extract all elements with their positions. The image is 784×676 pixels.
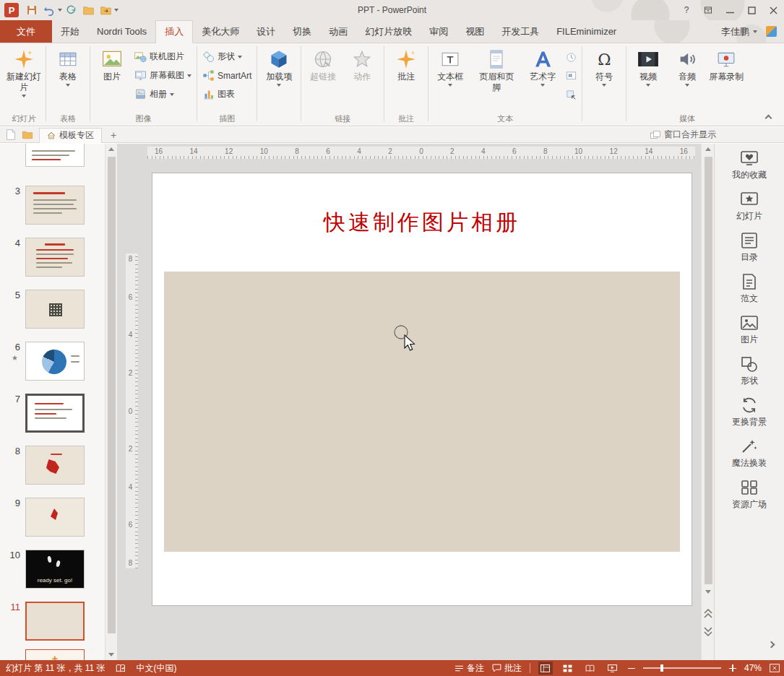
audio-button[interactable]: 音频 <box>668 45 707 110</box>
zoom-in-button[interactable] <box>729 664 736 672</box>
scrollbar-thumb[interactable] <box>705 157 712 584</box>
merge-windows-button[interactable]: 窗口合并显示 <box>650 129 778 141</box>
screenshot-button[interactable]: 屏幕截图 <box>132 67 194 84</box>
open-folder-icon[interactable] <box>22 130 33 140</box>
scroll-up-icon[interactable] <box>108 147 114 151</box>
sidebar-item-change-background[interactable]: 更换背景 <box>732 396 767 428</box>
sidebar-item-shapes[interactable]: 形状 <box>740 355 759 387</box>
object-button[interactable] <box>562 86 580 103</box>
shapes-button[interactable]: 形状 <box>199 48 254 65</box>
tab-developer[interactable]: 开发工具 <box>493 20 548 43</box>
add-slide-button[interactable]: + <box>25 649 85 660</box>
zoom-percentage[interactable]: 47% <box>744 663 762 673</box>
video-button[interactable]: 视频 <box>629 45 668 110</box>
slideshow-view-button[interactable] <box>606 662 620 675</box>
slide-editing-surface[interactable]: 快速制作图片相册 <box>152 173 692 606</box>
canvas-scrollbar[interactable] <box>701 144 714 660</box>
photo-album-button[interactable]: 相册 <box>132 86 194 103</box>
screen-recording-button[interactable]: 屏幕录制 <box>707 45 746 110</box>
minimize-button[interactable] <box>719 0 741 20</box>
language-indicator[interactable]: 中文(中国) <box>137 662 177 675</box>
tab-insert[interactable]: 插入 <box>155 20 193 43</box>
quick-access-toolbar-caret-icon[interactable] <box>114 9 119 12</box>
date-time-button[interactable] <box>562 48 580 66</box>
tab-slideshow[interactable]: 幻灯片放映 <box>356 20 421 43</box>
slide-thumbnail-9[interactable]: 9 <box>0 498 105 541</box>
content-placeholder[interactable] <box>164 272 680 552</box>
smartart-button[interactable]: SmartArt <box>199 67 254 84</box>
open-folder-button[interactable] <box>79 1 97 19</box>
tab-view[interactable]: 视图 <box>457 20 493 43</box>
reading-view-button[interactable] <box>583 662 598 675</box>
recent-folder-button[interactable] <box>97 1 114 19</box>
tab-fileminimizer[interactable]: FILEminimizer <box>548 20 625 43</box>
online-pictures-button[interactable]: 联机图片 <box>132 48 194 65</box>
picture-button[interactable]: 图片 <box>92 45 132 110</box>
ribbon-display-options-button[interactable] <box>697 0 719 20</box>
tab-file[interactable]: 文件 <box>0 20 52 43</box>
fit-to-window-button[interactable] <box>770 664 780 672</box>
tab-design[interactable]: 设计 <box>248 20 284 43</box>
tab-meihua-dashi[interactable]: 美化大师 <box>193 20 248 43</box>
text-box-button[interactable]: 文本框 <box>431 45 470 110</box>
notes-button[interactable]: 备注 <box>455 662 484 675</box>
plugin-icon[interactable] <box>766 26 777 37</box>
slide-thumbnail-3[interactable]: 3 <box>0 186 105 229</box>
slide-thumbnail-11[interactable]: 11 <box>0 602 105 645</box>
sidebar-item-magic-dress[interactable]: 魔法换装 <box>732 438 767 469</box>
scroll-up-icon[interactable] <box>705 147 711 151</box>
new-file-icon[interactable] <box>6 129 16 140</box>
slide-thumbnail-4[interactable]: 4 <box>0 238 105 281</box>
new-slide-button[interactable]: 新建幻灯片 <box>4 45 43 110</box>
sidebar-item-favorites[interactable]: 我的收藏 <box>732 150 767 181</box>
save-button[interactable] <box>23 1 40 19</box>
slide-title-text[interactable]: 快速制作图片相册 <box>152 208 692 238</box>
slide-number-button[interactable] <box>562 67 580 84</box>
sidebar-item-catalog[interactable]: 目录 <box>740 232 759 264</box>
sidebar-item-slides[interactable]: 幻灯片 <box>736 191 762 222</box>
tab-home[interactable]: 开始 <box>52 20 88 43</box>
maximize-button[interactable] <box>741 0 762 20</box>
next-slide-button[interactable] <box>704 626 712 636</box>
slide-thumbnail-10[interactable]: 10 ready set. go! <box>0 550 105 593</box>
slide-thumbnail-7[interactable]: 7 <box>0 394 105 437</box>
slide-thumbnail-5[interactable]: 5 <box>0 290 105 333</box>
template-zone-tab[interactable]: 模板专区 <box>39 128 102 143</box>
thumbnails-scrollbar[interactable] <box>105 144 117 660</box>
slide-thumbnail-6[interactable]: 6 <box>0 342 105 385</box>
undo-button[interactable] <box>40 1 58 19</box>
normal-view-button[interactable] <box>538 662 553 675</box>
redo-button[interactable] <box>62 1 79 19</box>
help-button[interactable]: ? <box>676 0 697 20</box>
close-button[interactable] <box>762 0 784 20</box>
sidebar-item-pictures[interactable]: 图片 <box>740 314 759 346</box>
tab-nordri-tools[interactable]: Nordri Tools <box>88 20 155 43</box>
powerpoint-app-icon[interactable]: P <box>4 3 19 17</box>
scroll-down-icon[interactable] <box>108 653 114 656</box>
zoom-out-button[interactable] <box>628 664 635 672</box>
symbol-button[interactable]: Ω 符号 <box>585 45 624 110</box>
action-button[interactable]: 动作 <box>343 45 382 110</box>
previous-slide-button[interactable] <box>704 609 712 619</box>
table-button[interactable]: 表格 <box>48 45 87 110</box>
scroll-down-icon[interactable] <box>705 590 711 594</box>
comment-button[interactable]: 批注 <box>387 45 426 110</box>
add-ins-button[interactable]: 加载项 <box>259 45 298 110</box>
collapse-ribbon-button[interactable] <box>766 113 772 120</box>
spell-check-icon[interactable] <box>116 664 126 673</box>
account-menu[interactable]: 李佳鹏 <box>714 20 764 43</box>
slide-sorter-view-button[interactable] <box>561 662 575 675</box>
chart-button[interactable]: 图表 <box>199 86 254 103</box>
sidebar-item-sample-text[interactable]: 范文 <box>740 273 759 305</box>
slide-thumbnail-2-partial[interactable] <box>0 144 105 171</box>
tab-animations[interactable]: 动画 <box>320 20 356 43</box>
sidebar-item-resource-plaza[interactable]: 资源广场 <box>732 479 767 511</box>
header-footer-button[interactable]: 页眉和页脚 <box>470 45 523 110</box>
tab-transitions[interactable]: 切换 <box>284 20 320 43</box>
zoom-slider[interactable] <box>643 667 721 669</box>
slide-thumbnail-8[interactable]: 8 <box>0 446 105 489</box>
hyperlink-button[interactable]: 超链接 <box>303 45 343 110</box>
wordart-button[interactable]: 艺术字 <box>523 45 562 110</box>
scrollbar-thumb[interactable] <box>108 157 116 633</box>
tab-review[interactable]: 审阅 <box>421 20 457 43</box>
